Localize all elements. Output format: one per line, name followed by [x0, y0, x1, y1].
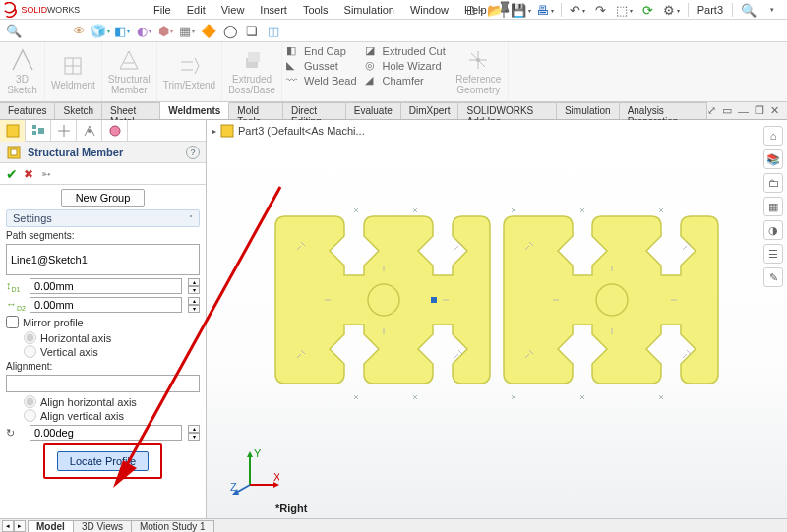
align-vertical-radio[interactable]: Align vertical axis — [24, 409, 200, 422]
ribbon-structural-member[interactable]: Structural Member — [102, 42, 157, 101]
cancel-button[interactable]: ✖ — [24, 167, 33, 181]
fm-tab-display[interactable] — [102, 120, 128, 142]
menu-insert[interactable]: Insert — [252, 2, 295, 18]
tab-sketch[interactable]: Sketch — [55, 102, 102, 119]
tab-evaluate[interactable]: Evaluate — [346, 102, 401, 119]
offset-2-row: ↔D2 ▴▾ — [6, 297, 200, 313]
custom-props-tab-icon[interactable]: ☰ — [763, 244, 783, 264]
menu-edit[interactable]: Edit — [179, 2, 213, 18]
redo-button[interactable]: ↷ — [590, 1, 612, 19]
expand-ribbon-button[interactable]: ⤢ — [707, 104, 716, 117]
search-chevron[interactable]: ▾ — [761, 1, 783, 19]
bottom-tab-3dviews[interactable]: 3D Views — [73, 520, 132, 532]
tab-addins[interactable]: SOLIDWORKS Add-Ins — [458, 102, 556, 119]
ribbon-hole-wizard[interactable]: ◎Hole Wizard — [365, 59, 446, 73]
ribbon-weldment[interactable]: Weldment — [45, 42, 102, 101]
close-ribbon-button[interactable]: ✕ — [770, 104, 779, 117]
spacer — [26, 22, 45, 39]
eye-icon[interactable]: 👁 — [69, 22, 89, 39]
path-segments-field[interactable] — [6, 244, 200, 275]
ribbon-endcap[interactable]: ◧End Cap — [286, 44, 357, 58]
new-doc-button[interactable]: 🗋 — [463, 1, 485, 19]
misc-2[interactable]: ❏ — [242, 22, 262, 39]
ribbon-gusset[interactable]: ◣Gusset — [286, 59, 357, 73]
locate-profile-button[interactable]: Locate Profile — [57, 451, 149, 471]
flyout-breadcrumb[interactable]: ▸ Part3 (Default<As Machi... — [212, 124, 365, 138]
menu-simulation[interactable]: Simulation — [336, 2, 402, 18]
search-button[interactable]: 🔍 — [738, 1, 759, 19]
ribbon-weldbead[interactable]: 〰Weld Bead — [286, 74, 357, 88]
ribbon-3d-sketch[interactable]: 3D Sketch — [0, 42, 45, 101]
minimize-ribbon-button[interactable]: — — [738, 105, 749, 117]
mirror-horizontal-radio[interactable]: Horizontal axis — [24, 331, 200, 344]
ribbon-chamfer[interactable]: ◢Chamfer — [365, 74, 446, 88]
rotation-field[interactable] — [30, 425, 182, 441]
menu-view[interactable]: View — [213, 2, 253, 18]
magnify-icon[interactable]: 🔍 — [4, 22, 24, 39]
hide-show[interactable]: ▦ — [177, 22, 197, 39]
ribbon-extruded-boss[interactable]: Extruded Boss/Base — [222, 42, 282, 101]
view-triad[interactable]: Y X Z — [230, 447, 279, 497]
tab-weldments[interactable]: Weldments — [160, 102, 229, 119]
offset-1-row: ↕D1 ▴▾ — [6, 278, 200, 294]
fm-tab-dimxpert[interactable] — [77, 120, 102, 142]
misc-3[interactable]: ◫ — [264, 22, 283, 39]
menu-window[interactable]: Window — [402, 2, 456, 18]
resources-tab-icon[interactable]: ⌂ — [763, 126, 783, 146]
offset-2-field[interactable] — [30, 297, 182, 313]
rebuild-button[interactable]: ⟳ — [637, 1, 659, 19]
mirror-vertical-radio[interactable]: Vertical axis — [24, 345, 200, 358]
tab-analysis-prep[interactable]: Analysis Preparation — [620, 102, 707, 119]
tab-sheet-metal[interactable]: Sheet Metal — [102, 102, 160, 119]
prev-tab-button[interactable]: ◂ — [2, 520, 14, 532]
view-orientation[interactable]: 🧊 — [91, 22, 110, 39]
fm-tab-property[interactable] — [0, 120, 26, 142]
ribbon-trim-extend[interactable]: Trim/Extend — [157, 42, 223, 101]
appearances-tab-icon[interactable]: ◑ — [763, 220, 783, 240]
offset-1-spinner[interactable]: ▴▾ — [188, 278, 200, 294]
display-style[interactable]: ◧ — [112, 22, 132, 39]
options-button[interactable]: ⚙ — [661, 1, 683, 19]
align-horizontal-radio[interactable]: Align horizontal axis — [24, 395, 200, 408]
bottom-tab-motion-study[interactable]: Motion Study 1 — [131, 520, 214, 532]
new-group-button[interactable]: New Group — [61, 189, 146, 207]
tab-dimxpert[interactable]: DimXpert — [401, 102, 459, 119]
next-tab-button[interactable]: ▸ — [14, 520, 26, 532]
appearances[interactable]: 🔶 — [199, 22, 218, 39]
ribbon-reference-geometry[interactable]: Reference Geometry — [450, 42, 509, 101]
rotation-spinner[interactable]: ▴▾ — [188, 425, 200, 441]
misc-1[interactable]: ◯ — [220, 22, 240, 39]
restore-ribbon-button[interactable]: ❐ — [755, 104, 764, 117]
tab-simulation[interactable]: Simulation — [557, 102, 620, 119]
tab-direct-editing[interactable]: Direct Editing — [283, 102, 346, 119]
tab-mold-tools[interactable]: Mold Tools — [229, 102, 283, 119]
help-button[interactable]: ? — [186, 146, 200, 159]
view-settings[interactable]: ⬢ — [155, 22, 175, 39]
save-button[interactable]: 💾 — [511, 1, 532, 19]
menu-tools[interactable]: Tools — [295, 2, 336, 18]
print-button[interactable]: 🖶 — [534, 1, 556, 19]
pushpin-button[interactable]: ➳ — [41, 167, 51, 181]
bottom-tab-model[interactable]: Model — [28, 520, 74, 532]
offset-2-spinner[interactable]: ▴▾ — [188, 297, 200, 313]
offset-1-field[interactable] — [30, 278, 182, 294]
fm-tab-feature[interactable] — [26, 120, 51, 142]
ribbon-extruded-cut[interactable]: ◪Extruded Cut — [365, 44, 446, 58]
collapse-ribbon-button[interactable]: ▭ — [722, 104, 732, 117]
mirror-profile-checkbox[interactable]: Mirror profile — [6, 316, 200, 328]
graphics-view[interactable]: ▸ Part3 (Default<As Machi... ⌂ 📚 🗀 ▦ ◑ ☰… — [207, 120, 787, 518]
design-lib-tab-icon[interactable]: 📚 — [763, 149, 783, 169]
ok-button[interactable]: ✔ — [6, 166, 18, 182]
undo-button[interactable]: ↶ — [567, 1, 588, 19]
fm-tab-config[interactable] — [51, 120, 77, 142]
tab-features[interactable]: Features — [0, 102, 55, 119]
file-explorer-tab-icon[interactable]: 🗀 — [763, 173, 783, 193]
settings-header[interactable]: Settings˄ — [6, 209, 200, 227]
select-button[interactable]: ⬚ — [614, 1, 636, 19]
open-doc-button[interactable]: 📂 — [487, 1, 509, 19]
scene[interactable]: ◐ — [134, 22, 153, 39]
alignment-field[interactable] — [6, 375, 200, 392]
menu-file[interactable]: File — [146, 2, 179, 18]
forum-tab-icon[interactable]: ✎ — [763, 267, 783, 287]
view-palette-tab-icon[interactable]: ▦ — [763, 197, 783, 216]
